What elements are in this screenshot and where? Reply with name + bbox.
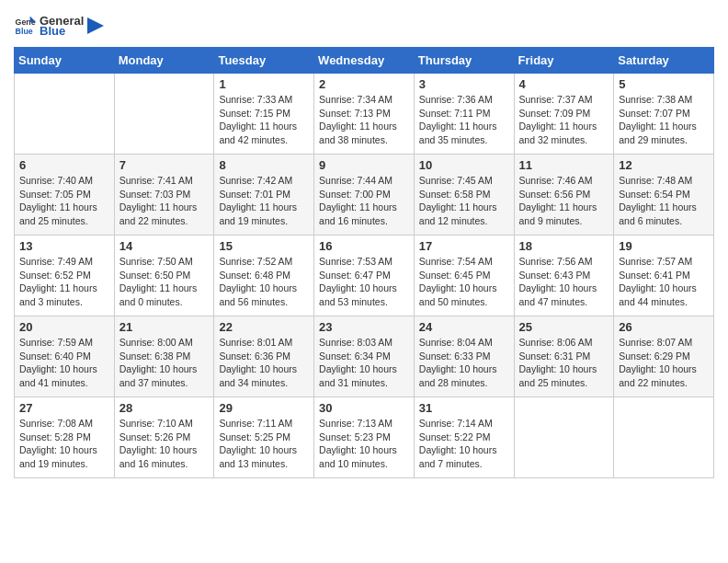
weekday-header: Saturday — [614, 48, 714, 74]
svg-text:Blue: Blue — [16, 27, 33, 36]
day-info: Sunrise: 8:01 AM Sunset: 6:36 PM Dayligh… — [219, 336, 309, 390]
day-info: Sunrise: 7:49 AM Sunset: 6:52 PM Dayligh… — [19, 255, 109, 309]
day-number: 3 — [419, 77, 509, 91]
calendar-cell: 1Sunrise: 7:33 AM Sunset: 7:15 PM Daylig… — [214, 74, 314, 155]
day-number: 5 — [619, 77, 709, 91]
day-number: 13 — [19, 239, 109, 253]
calendar-cell: 17Sunrise: 7:54 AM Sunset: 6:45 PM Dayli… — [414, 236, 514, 316]
weekday-header-row: SundayMondayTuesdayWednesdayThursdayFrid… — [15, 48, 714, 74]
day-number: 11 — [519, 158, 609, 172]
logo-icon: General Blue — [14, 15, 36, 37]
day-info: Sunrise: 7:34 AM Sunset: 7:13 PM Dayligh… — [319, 93, 409, 147]
day-number: 16 — [319, 239, 409, 253]
logo-arrow-icon — [87, 17, 104, 34]
calendar-cell: 31Sunrise: 7:14 AM Sunset: 5:22 PM Dayli… — [414, 397, 514, 478]
day-info: Sunrise: 7:46 AM Sunset: 6:56 PM Dayligh… — [519, 174, 609, 228]
calendar-row: 20Sunrise: 7:59 AM Sunset: 6:40 PM Dayli… — [15, 316, 714, 397]
page-header: General Blue General Blue — [14, 14, 714, 38]
calendar-cell: 12Sunrise: 7:48 AM Sunset: 6:54 PM Dayli… — [614, 155, 714, 236]
day-number: 2 — [319, 77, 409, 91]
day-number: 4 — [519, 77, 609, 91]
calendar-cell: 4Sunrise: 7:37 AM Sunset: 7:09 PM Daylig… — [514, 74, 614, 155]
day-info: Sunrise: 7:08 AM Sunset: 5:28 PM Dayligh… — [19, 417, 109, 471]
calendar-cell: 23Sunrise: 8:03 AM Sunset: 6:34 PM Dayli… — [314, 316, 415, 397]
calendar-cell: 21Sunrise: 8:00 AM Sunset: 6:38 PM Dayli… — [114, 316, 214, 397]
day-number: 22 — [219, 320, 309, 334]
calendar-cell: 7Sunrise: 7:41 AM Sunset: 7:03 PM Daylig… — [114, 155, 214, 236]
calendar-cell: 19Sunrise: 7:57 AM Sunset: 6:41 PM Dayli… — [614, 236, 714, 316]
day-info: Sunrise: 7:48 AM Sunset: 6:54 PM Dayligh… — [619, 174, 709, 228]
calendar-cell: 18Sunrise: 7:56 AM Sunset: 6:43 PM Dayli… — [514, 236, 614, 316]
calendar-cell: 22Sunrise: 8:01 AM Sunset: 6:36 PM Dayli… — [214, 316, 314, 397]
weekday-header: Wednesday — [314, 48, 415, 74]
calendar-row: 1Sunrise: 7:33 AM Sunset: 7:15 PM Daylig… — [15, 74, 714, 155]
weekday-header: Thursday — [414, 48, 514, 74]
day-number: 30 — [319, 401, 409, 415]
day-number: 14 — [119, 239, 210, 253]
day-info: Sunrise: 7:54 AM Sunset: 6:45 PM Dayligh… — [419, 255, 509, 309]
calendar-cell: 28Sunrise: 7:10 AM Sunset: 5:26 PM Dayli… — [114, 397, 214, 478]
calendar-cell: 14Sunrise: 7:50 AM Sunset: 6:50 PM Dayli… — [114, 236, 214, 316]
calendar-cell: 11Sunrise: 7:46 AM Sunset: 6:56 PM Dayli… — [514, 155, 614, 236]
calendar-row: 6Sunrise: 7:40 AM Sunset: 7:05 PM Daylig… — [15, 155, 714, 236]
day-number: 6 — [19, 158, 109, 172]
svg-marker-3 — [87, 17, 104, 34]
calendar-cell: 6Sunrise: 7:40 AM Sunset: 7:05 PM Daylig… — [15, 155, 115, 236]
weekday-header: Sunday — [15, 48, 115, 74]
calendar-cell: 29Sunrise: 7:11 AM Sunset: 5:25 PM Dayli… — [214, 397, 314, 478]
day-info: Sunrise: 7:40 AM Sunset: 7:05 PM Dayligh… — [19, 174, 109, 228]
day-info: Sunrise: 7:13 AM Sunset: 5:23 PM Dayligh… — [319, 417, 409, 471]
weekday-header: Monday — [114, 48, 214, 74]
calendar-cell: 15Sunrise: 7:52 AM Sunset: 6:48 PM Dayli… — [214, 236, 314, 316]
calendar-cell — [514, 397, 614, 478]
day-info: Sunrise: 7:36 AM Sunset: 7:11 PM Dayligh… — [419, 93, 509, 147]
day-info: Sunrise: 8:00 AM Sunset: 6:38 PM Dayligh… — [119, 336, 210, 390]
calendar-cell: 5Sunrise: 7:38 AM Sunset: 7:07 PM Daylig… — [614, 74, 714, 155]
day-info: Sunrise: 7:14 AM Sunset: 5:22 PM Dayligh… — [419, 417, 509, 471]
day-info: Sunrise: 8:07 AM Sunset: 6:29 PM Dayligh… — [619, 336, 709, 390]
day-number: 28 — [119, 401, 210, 415]
day-number: 31 — [419, 401, 509, 415]
day-number: 29 — [219, 401, 309, 415]
calendar-cell — [614, 397, 714, 478]
calendar-cell: 30Sunrise: 7:13 AM Sunset: 5:23 PM Dayli… — [314, 397, 415, 478]
day-info: Sunrise: 8:03 AM Sunset: 6:34 PM Dayligh… — [319, 336, 409, 390]
day-info: Sunrise: 7:44 AM Sunset: 7:00 PM Dayligh… — [319, 174, 409, 228]
day-number: 15 — [219, 239, 309, 253]
calendar-cell: 13Sunrise: 7:49 AM Sunset: 6:52 PM Dayli… — [15, 236, 115, 316]
calendar-cell: 2Sunrise: 7:34 AM Sunset: 7:13 PM Daylig… — [314, 74, 415, 155]
day-info: Sunrise: 7:56 AM Sunset: 6:43 PM Dayligh… — [519, 255, 609, 309]
day-number: 24 — [419, 320, 509, 334]
calendar-cell: 24Sunrise: 8:04 AM Sunset: 6:33 PM Dayli… — [414, 316, 514, 397]
day-number: 19 — [619, 239, 709, 253]
day-info: Sunrise: 8:04 AM Sunset: 6:33 PM Dayligh… — [419, 336, 509, 390]
calendar-cell: 3Sunrise: 7:36 AM Sunset: 7:11 PM Daylig… — [414, 74, 514, 155]
calendar-cell: 10Sunrise: 7:45 AM Sunset: 6:58 PM Dayli… — [414, 155, 514, 236]
day-info: Sunrise: 7:41 AM Sunset: 7:03 PM Dayligh… — [119, 174, 210, 228]
calendar-cell: 16Sunrise: 7:53 AM Sunset: 6:47 PM Dayli… — [314, 236, 415, 316]
calendar-cell: 9Sunrise: 7:44 AM Sunset: 7:00 PM Daylig… — [314, 155, 415, 236]
day-info: Sunrise: 7:45 AM Sunset: 6:58 PM Dayligh… — [419, 174, 509, 228]
day-number: 27 — [19, 401, 109, 415]
day-number: 23 — [319, 320, 409, 334]
weekday-header: Friday — [514, 48, 614, 74]
day-number: 25 — [519, 320, 609, 334]
day-number: 7 — [119, 158, 210, 172]
day-number: 21 — [119, 320, 210, 334]
day-number: 9 — [319, 158, 409, 172]
calendar-cell: 20Sunrise: 7:59 AM Sunset: 6:40 PM Dayli… — [15, 316, 115, 397]
logo: General Blue General Blue — [14, 14, 104, 38]
calendar-cell — [15, 74, 115, 155]
calendar-cell: 26Sunrise: 8:07 AM Sunset: 6:29 PM Dayli… — [614, 316, 714, 397]
day-number: 18 — [519, 239, 609, 253]
day-info: Sunrise: 7:53 AM Sunset: 6:47 PM Dayligh… — [319, 255, 409, 309]
day-info: Sunrise: 7:38 AM Sunset: 7:07 PM Dayligh… — [619, 93, 709, 147]
day-info: Sunrise: 7:37 AM Sunset: 7:09 PM Dayligh… — [519, 93, 609, 147]
day-number: 17 — [419, 239, 509, 253]
day-number: 20 — [19, 320, 109, 334]
calendar-cell: 27Sunrise: 7:08 AM Sunset: 5:28 PM Dayli… — [15, 397, 115, 478]
day-info: Sunrise: 7:59 AM Sunset: 6:40 PM Dayligh… — [19, 336, 109, 390]
day-info: Sunrise: 7:10 AM Sunset: 5:26 PM Dayligh… — [119, 417, 210, 471]
day-info: Sunrise: 7:33 AM Sunset: 7:15 PM Dayligh… — [219, 93, 309, 147]
day-number: 26 — [619, 320, 709, 334]
